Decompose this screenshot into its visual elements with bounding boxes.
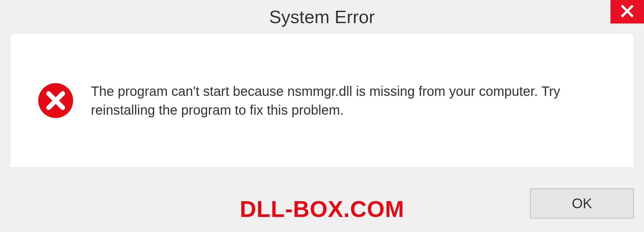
close-icon — [621, 4, 634, 19]
watermark-text: DLL-BOX.COM — [240, 196, 405, 222]
error-icon — [37, 82, 74, 119]
ok-button[interactable]: OK — [530, 188, 634, 219]
error-message: The program can't start because nsmmgr.d… — [91, 82, 624, 119]
titlebar: System Error — [0, 0, 644, 34]
dialog-content: The program can't start because nsmmgr.d… — [10, 34, 634, 168]
close-button[interactable] — [610, 0, 644, 23]
dialog-footer: DLL-BOX.COM OK — [0, 168, 644, 232]
dialog-title: System Error — [269, 6, 375, 27]
